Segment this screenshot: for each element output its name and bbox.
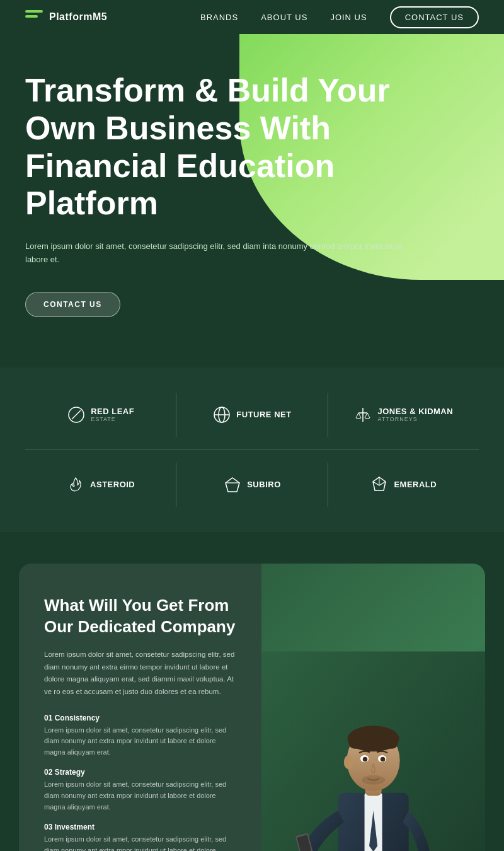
brand-name-redleaf: RED LEAF [91,407,134,416]
feature-consistency-title: 01 Consistency [44,714,236,722]
nav-item-brands[interactable]: BRANDS [200,11,238,23]
feature-investment: 03 Investment Lorem ipsum dolor sit amet… [44,823,236,851]
person-illustration [261,564,485,851]
nav-link-about[interactable]: ABOUT US [261,13,307,22]
brand-logo-redleaf: RED LEAF ESTATE [67,405,134,424]
company-image [261,564,485,851]
feature-strategy: 02 Strategy Lorem ipsum dolor sit amet, … [44,768,236,813]
nav-links: BRANDS ABOUT US JOIN US CONTACT US [200,11,479,23]
brand-item-subiro: SUBIRO [176,463,327,507]
feature-strategy-desc: Lorem ipsum dolor sit amet, consetetur s… [44,779,236,813]
brand-logo-emerald: EMERALD [370,475,437,494]
brand-name-emerald: EMERALD [394,480,437,489]
nav-contact-link[interactable]: CONTACT US [390,6,479,28]
logo: PlatformM5 [25,10,107,24]
brand-name-futurenet: Future Net [236,410,291,419]
brand-item-emerald: EMERALD [328,463,479,507]
brand-logo-futurenet: Future Net [212,405,291,424]
scale-icon [353,405,372,424]
company-title: What Will You Get From Our Dedicated Com… [44,595,236,638]
nav-link-join[interactable]: JOIN US [330,13,367,22]
svg-point-28 [362,775,385,785]
brand-logo-asteroid: Asteroid [66,475,135,494]
feature-investment-title: 03 Investment [44,823,236,831]
logo-text: PlatformM5 [49,11,107,23]
fire-icon [66,475,85,494]
company-section: What Will You Get From Our Dedicated Com… [0,532,504,851]
brand-name-asteroid: Asteroid [90,480,135,489]
nav-item-join[interactable]: JOIN US [330,11,367,23]
diamond-icon [223,475,242,494]
brands-section: RED LEAF ESTATE Future Net [0,368,504,532]
gem-icon [370,475,389,494]
brand-item-asteroid: Asteroid [25,463,176,507]
company-description: Lorem ipsum dolor sit amet, consetetur s… [44,649,236,698]
hero-cta-button[interactable]: CONTACT US [25,292,120,317]
hero-section: Transform & Build Your Own Business With… [0,34,504,368]
brand-logo-jones: JONES & KIDMAN ATTORNEYS [353,405,453,424]
nav-item-about[interactable]: ABOUT US [261,11,307,23]
hero-description: Lorem ipsum dolor sit amet, consetetur s… [25,240,403,267]
feature-strategy-title: 02 Strategy [44,768,236,777]
brand-logo-subiro: SUBIRO [223,475,281,494]
brand-item-redleaf: RED LEAF ESTATE [25,393,176,437]
nav-contact-button[interactable]: CONTACT US [390,11,479,23]
feature-consistency-desc: Lorem ipsum dolor sit amet, consetetur s… [44,725,236,758]
brand-sub-jones: ATTORNEYS [377,416,453,422]
svg-point-27 [381,757,385,761]
navbar: PlatformM5 BRANDS ABOUT US JOIN US CONTA… [0,0,504,34]
hero-content: Transform & Build Your Own Business With… [25,72,454,317]
logo-icon [25,10,43,24]
nav-link-brands[interactable]: BRANDS [200,13,238,22]
feature-consistency: 01 Consistency Lorem ipsum dolor sit ame… [44,714,236,758]
leaf-icon [67,405,86,424]
brand-sub-redleaf: ESTATE [91,416,134,422]
feature-investment-desc: Lorem ipsum dolor sit amet, consetetur s… [44,834,236,851]
hero-title: Transform & Build Your Own Business With… [25,72,454,223]
svg-rect-19 [348,737,398,749]
company-content: What Will You Get From Our Dedicated Com… [19,564,261,851]
svg-point-20 [344,755,353,769]
svg-marker-7 [226,478,239,492]
brands-grid: RED LEAF ESTATE Future Net [25,393,479,507]
brand-item-jones: JONES & KIDMAN ATTORNEYS [328,393,479,437]
brand-row-divider [25,449,479,450]
globe-icon [212,405,231,424]
company-card: What Will You Get From Our Dedicated Com… [19,564,485,851]
brand-item-futurenet: Future Net [176,393,327,437]
brand-name-subiro: SUBIRO [247,480,281,489]
svg-point-26 [363,757,367,761]
brand-name-jones: JONES & KIDMAN [377,407,453,416]
svg-line-1 [72,410,81,419]
